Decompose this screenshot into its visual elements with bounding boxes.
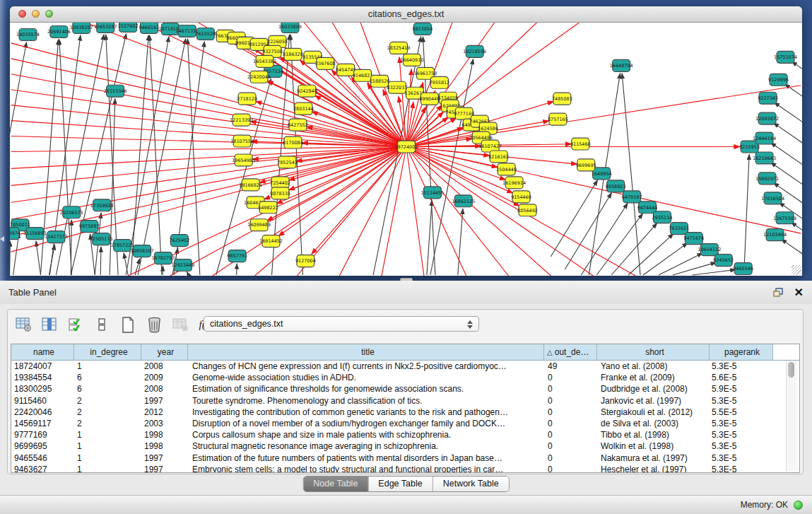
table-header-row: name in_degree year title △ out_de… shor…: [11, 344, 799, 361]
network-window-titlebar[interactable]: citations_edges.txt: [10, 6, 802, 23]
network-node-label: 16914452: [259, 238, 283, 244]
table-cell-title: Corpus callosum shape and size in male p…: [188, 429, 544, 440]
close-panel-icon[interactable]: ✕: [794, 287, 804, 298]
column-header-short[interactable]: short: [597, 344, 710, 360]
table-cell-year: 2003: [141, 418, 188, 429]
network-node-label: 12505115: [90, 236, 113, 242]
network-node-label: 8216162: [488, 154, 509, 160]
network-node-label: 1588520: [370, 78, 390, 84]
network-node-label: 19166825: [239, 182, 262, 188]
table-row[interactable]: 911546021997Tourette syndrome. Phenomeno…: [11, 395, 799, 407]
column-header-name[interactable]: name: [11, 344, 74, 360]
table-cell-title: Disruption of a novel member of a sodium…: [188, 418, 544, 429]
table-row[interactable]: 969969511998Structural magnetic resonanc…: [11, 440, 799, 452]
sidebar-collapse-arrow-icon[interactable]: [0, 236, 4, 242]
table-body[interactable]: 1872400712008Changes of HCN gene express…: [11, 361, 799, 472]
network-node-label: 9465546: [733, 266, 753, 271]
table-cell-in_degree: 1: [74, 440, 141, 452]
dropdown-stepper-icon: [466, 319, 474, 329]
table-mode-icon[interactable]: [15, 316, 32, 333]
network-node-label: 18724007: [395, 144, 418, 150]
tab-node-table[interactable]: Node Table: [303, 477, 368, 491]
network-node-label: 1527602: [118, 23, 139, 29]
float-panel-icon[interactable]: [773, 288, 784, 298]
network-canvas[interactable]: 1872400714035574206914061093820710653287…: [10, 23, 802, 276]
table-select-dropdown[interactable]: citations_edges.txt: [204, 316, 479, 332]
table-cell-out_degree: 0: [544, 464, 597, 473]
network-node-label: 10938207: [70, 25, 93, 30]
create-column-icon[interactable]: [119, 316, 136, 333]
network-node-label: 15751074: [774, 54, 797, 60]
table-row[interactable]: 946362711997Embryonic stem cells: a mode…: [11, 464, 799, 473]
network-node-label: 2935114: [652, 215, 673, 221]
table-select-value: citations_edges.txt: [210, 319, 283, 329]
desktop-background: citations_edges.txt 18724007140355742069…: [0, 0, 812, 281]
network-node-label: 8454749: [336, 67, 356, 73]
network-node-label: 8958923: [606, 184, 626, 189]
table-cell-short: Wolkin et al. (1998): [597, 440, 710, 452]
network-node-label: 18325419: [387, 45, 411, 51]
network-node-label: 8813054: [413, 26, 433, 32]
network-node-label: 7254402: [270, 180, 290, 186]
memory-status-label: Memory: OK: [741, 496, 788, 514]
network-node-label: 16640910: [401, 57, 424, 63]
network-node-label: 10958107: [131, 248, 154, 254]
network-node-label: 16543382: [253, 59, 276, 64]
table-cell-pagerank: 5.3E-5: [710, 452, 773, 464]
table-cell-pagerank: 5.3E-5: [710, 361, 773, 372]
column-header-year[interactable]: year: [141, 344, 188, 360]
tab-network-table[interactable]: Network Table: [433, 477, 509, 491]
delete-table-icon[interactable]: [172, 316, 189, 333]
network-node-label: 12213393: [230, 117, 253, 123]
table-cell-out_degree: 0: [544, 395, 597, 407]
table-row[interactable]: 946554611997Estimation of the future num…: [11, 452, 799, 464]
column-header-in-degree[interactable]: in_degree: [74, 344, 141, 360]
table-row[interactable]: 1456911722003Disruption of a novel membe…: [11, 418, 799, 429]
column-header-pagerank[interactable]: pagerank: [710, 344, 773, 360]
table-row[interactable]: 1872400712008Changes of HCN gene express…: [11, 361, 799, 372]
table-cell-name: 9115460: [11, 395, 74, 407]
table-vertical-scrollbar[interactable]: [786, 361, 797, 472]
network-node-label: 16961758: [413, 71, 437, 76]
network-node-label: 1624586: [478, 126, 498, 132]
network-node-label: 9127004: [295, 258, 316, 264]
table-cell-name: 9699695: [11, 440, 74, 452]
table-cell-title: Genome-wide association studies in ADHD.: [188, 372, 544, 383]
network-node-label: 10654112: [698, 247, 721, 252]
column-header-out-degree[interactable]: △ out_de…: [544, 344, 597, 360]
network-window[interactable]: citations_edges.txt 18724007140355742069…: [10, 6, 802, 276]
network-node-label: 16033809: [278, 24, 302, 30]
network-node-label: 9327508: [262, 49, 283, 54]
table-row[interactable]: 1830029562008Estimation of significance …: [11, 383, 799, 395]
table-cell-year: 1997: [141, 452, 188, 464]
table-row[interactable]: 977716911998Corpus callosum shape and si…: [11, 429, 799, 440]
table-cell-short: Nakamura et al. (1997): [597, 452, 710, 464]
delete-column-icon[interactable]: [146, 316, 163, 333]
tab-edge-table[interactable]: Edge Table: [368, 477, 433, 491]
table-cell-name: 19384554: [11, 372, 74, 383]
scrollbar-thumb[interactable]: [788, 362, 794, 378]
network-node-label: 13427373: [45, 234, 68, 240]
table-row[interactable]: 1938455462009Genome-wide association stu…: [11, 372, 799, 383]
table-row[interactable]: 2242004622012Investigating the contribut…: [11, 407, 799, 418]
table-panel-title: Table Panel: [8, 281, 57, 304]
network-node-label: 15892971: [755, 176, 779, 182]
window-resize-grip[interactable]: [792, 265, 801, 275]
table-cell-pagerank: 5.9E-5: [710, 383, 773, 395]
table-cell-out_degree: 0: [544, 407, 597, 418]
network-node-label: 9777169: [454, 111, 474, 117]
table-cell-short: de Silva et al. (2003): [597, 418, 710, 429]
table-cell-in_degree: 6: [74, 383, 141, 395]
network-node-label: 7955812: [429, 80, 449, 86]
column-select-icon[interactable]: [67, 316, 84, 333]
network-node-label: 7852543: [277, 160, 298, 165]
table-cell-name: 18300295: [11, 383, 74, 395]
status-bar: Memory: OK: [0, 495, 812, 514]
table-panel-body: f(x) citations_edges.txt name in_degree …: [0, 304, 812, 495]
table-cell-year: 2009: [141, 372, 188, 383]
column-visibility-icon[interactable]: [41, 316, 58, 333]
row-height-icon[interactable]: [93, 316, 110, 333]
table-toolbar: f(x): [15, 314, 215, 335]
column-header-title[interactable]: title: [188, 344, 544, 360]
network-svg[interactable]: 1872400714035574206914061093820710653287…: [10, 23, 802, 276]
